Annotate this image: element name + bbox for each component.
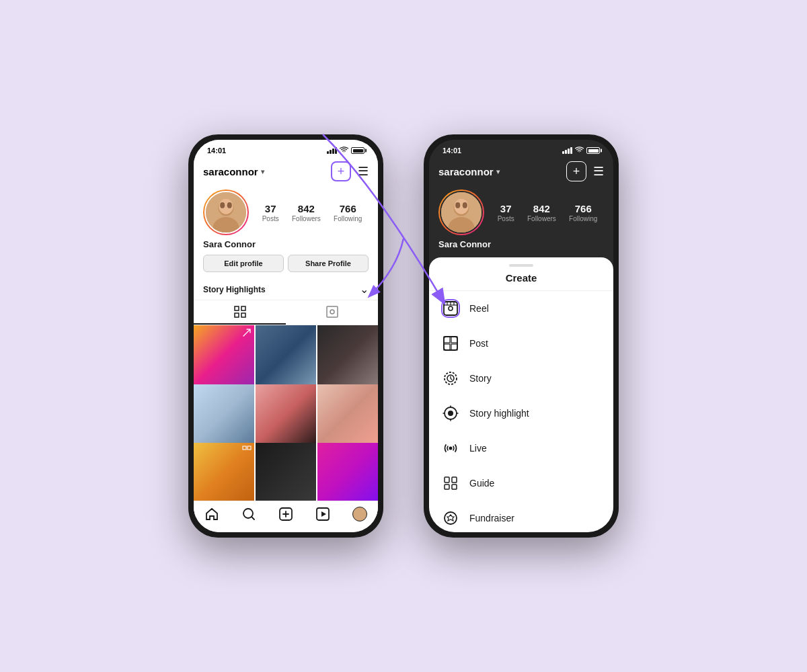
stat-followers-left: 842 Followers xyxy=(292,203,321,222)
profile-name-left: Sara Connor xyxy=(203,239,369,249)
guide-icon xyxy=(441,474,460,493)
photo-4[interactable] xyxy=(194,384,254,445)
status-icons-right xyxy=(562,146,600,155)
username-left: saraconnor xyxy=(203,166,258,177)
following-label-left: Following xyxy=(334,215,362,222)
menu-item-guide[interactable]: Guide xyxy=(429,466,613,501)
fundraiser-label: Fundraiser xyxy=(469,513,514,523)
live-icon xyxy=(441,439,460,458)
posts-label-left: Posts xyxy=(262,215,279,222)
signal-icon-right xyxy=(562,147,572,154)
right-phone-screen: 14:01 xyxy=(429,140,613,532)
photo-8[interactable] xyxy=(256,443,316,501)
menu-icon-left[interactable]: ☰ xyxy=(358,164,369,179)
menu-item-story-highlight[interactable]: Story highlight xyxy=(429,396,613,431)
profile-section-left: 37 Posts 842 Followers 766 Following xyxy=(194,184,378,278)
time-left: 14:01 xyxy=(207,146,226,155)
svg-point-5 xyxy=(227,202,232,208)
guide-label: Guide xyxy=(469,478,494,489)
menu-item-live[interactable]: Live xyxy=(429,431,613,466)
bottom-nav-left xyxy=(194,501,378,532)
svg-point-4 xyxy=(220,202,225,208)
chevron-down-icon-right: ▾ xyxy=(496,168,500,175)
svg-rect-10 xyxy=(327,306,338,317)
right-phone: 14:01 xyxy=(424,134,619,538)
post-label: Post xyxy=(469,338,488,349)
svg-rect-43 xyxy=(445,485,449,489)
left-phone-screen: 14:01 xyxy=(194,140,378,532)
menu-icon-right[interactable]: ☰ xyxy=(593,164,604,179)
header-icons-left: + ☰ xyxy=(331,161,369,181)
stat-following-left: 766 Following xyxy=(334,203,362,222)
avatar-right xyxy=(438,190,484,235)
nav-search[interactable] xyxy=(241,507,256,521)
add-button-right[interactable]: + xyxy=(566,161,586,181)
svg-point-39 xyxy=(448,411,453,416)
sheet-handle xyxy=(509,264,533,267)
nav-home[interactable] xyxy=(204,507,219,521)
create-menu-list: Reel Post xyxy=(429,291,613,532)
left-phone: 14:01 xyxy=(188,134,383,538)
time-right: 14:01 xyxy=(443,146,461,155)
photo-5[interactable] xyxy=(256,384,316,445)
stat-posts-left: 37 Posts xyxy=(262,203,279,222)
highlights-chevron[interactable]: ⌄ xyxy=(360,283,369,296)
svg-rect-12 xyxy=(243,446,246,450)
followers-label-left: Followers xyxy=(292,215,321,222)
menu-item-post[interactable]: Post xyxy=(429,326,613,361)
svg-rect-41 xyxy=(445,477,449,482)
status-bar-right: 14:01 xyxy=(429,140,613,157)
reel-label: Reel xyxy=(469,303,489,314)
ig-header-right: saraconnor ▾ + ☰ xyxy=(429,157,613,184)
stat-followers-right: 842 Followers xyxy=(527,203,556,222)
photo-7[interactable] xyxy=(194,443,254,501)
menu-item-story[interactable]: Story xyxy=(429,361,613,396)
battery-icon xyxy=(351,147,364,154)
svg-point-40 xyxy=(449,447,453,450)
followers-count-right: 842 xyxy=(533,203,550,214)
story-icon xyxy=(441,369,460,388)
tab-grid[interactable] xyxy=(194,300,286,325)
username-row-right[interactable]: saraconnor ▾ xyxy=(438,166,500,177)
photo-3[interactable] xyxy=(317,325,378,386)
nav-profile[interactable] xyxy=(352,507,367,521)
svg-rect-7 xyxy=(241,306,245,310)
photo-2[interactable] xyxy=(256,325,316,386)
profile-name-right: Sara Connor xyxy=(438,239,604,249)
posts-count-right: 37 xyxy=(500,203,512,214)
svg-rect-13 xyxy=(247,446,251,450)
following-count-left: 766 xyxy=(340,203,356,214)
stats-row-left: 37 Posts 842 Followers 766 Following xyxy=(256,203,369,222)
menu-item-reel[interactable]: Reel xyxy=(429,291,613,326)
username-row-left[interactable]: saraconnor ▾ xyxy=(203,166,264,177)
photo-1[interactable] xyxy=(194,325,254,386)
story-label: Story xyxy=(469,373,492,384)
story-highlight-icon xyxy=(441,404,460,423)
svg-rect-8 xyxy=(235,313,239,317)
share-profile-btn[interactable]: Share Profile xyxy=(288,255,369,272)
add-button-left[interactable]: + xyxy=(331,161,351,181)
profile-buttons-left: Edit profile Share Profile xyxy=(203,255,369,272)
ig-header-left: saraconnor ▾ + ☰ xyxy=(194,157,378,184)
edit-profile-btn[interactable]: Edit profile xyxy=(203,255,284,272)
svg-point-24 xyxy=(463,202,467,208)
wifi-icon xyxy=(340,146,348,155)
annotation-arrow-main xyxy=(0,0,807,672)
photo-6[interactable] xyxy=(317,384,378,445)
menu-item-fundraiser[interactable]: Fundraiser xyxy=(429,501,613,532)
svg-point-26 xyxy=(449,306,453,310)
reel-icon xyxy=(441,299,460,318)
left-phone-container: 14:01 xyxy=(188,134,383,538)
stat-following-right: 766 Following xyxy=(569,203,597,222)
stats-row-right: 37 Posts 842 Followers 766 Following xyxy=(491,203,604,222)
svg-rect-9 xyxy=(241,313,245,317)
signal-icon xyxy=(327,147,337,154)
status-bar-left: 14:01 xyxy=(194,140,378,157)
svg-point-11 xyxy=(330,310,334,314)
highlights-label: Story Highlights xyxy=(203,285,266,294)
following-label-right: Following xyxy=(569,215,597,222)
photo-9[interactable] xyxy=(317,443,378,501)
tab-tagged[interactable] xyxy=(286,300,378,325)
nav-add[interactable] xyxy=(278,507,293,521)
nav-reels[interactable] xyxy=(315,507,330,521)
